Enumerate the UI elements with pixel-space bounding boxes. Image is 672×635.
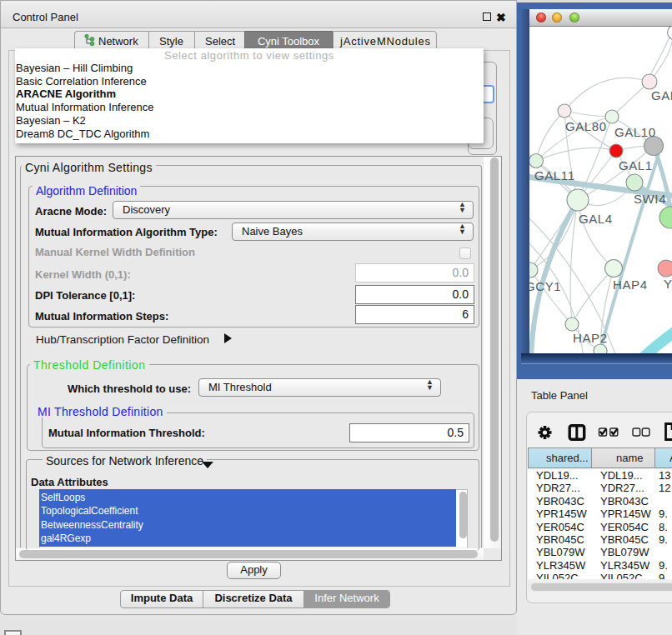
svg-text:GAL10: GAL10	[614, 125, 656, 139]
svg-text:SWI4: SWI4	[634, 192, 666, 206]
svg-text:GAL4: GAL4	[579, 212, 613, 226]
svg-text:HAP2: HAP2	[573, 331, 608, 345]
svg-text:HAP4: HAP4	[613, 278, 648, 292]
svg-text:GAL1: GAL1	[619, 158, 653, 172]
svg-text:GCY1: GCY1	[529, 279, 561, 293]
svg-text:GAL11: GAL11	[534, 168, 575, 182]
svg-text:GAL: GAL	[651, 88, 672, 102]
svg-text:Y: Y	[664, 277, 672, 291]
svg-text:GAL80: GAL80	[565, 119, 607, 133]
